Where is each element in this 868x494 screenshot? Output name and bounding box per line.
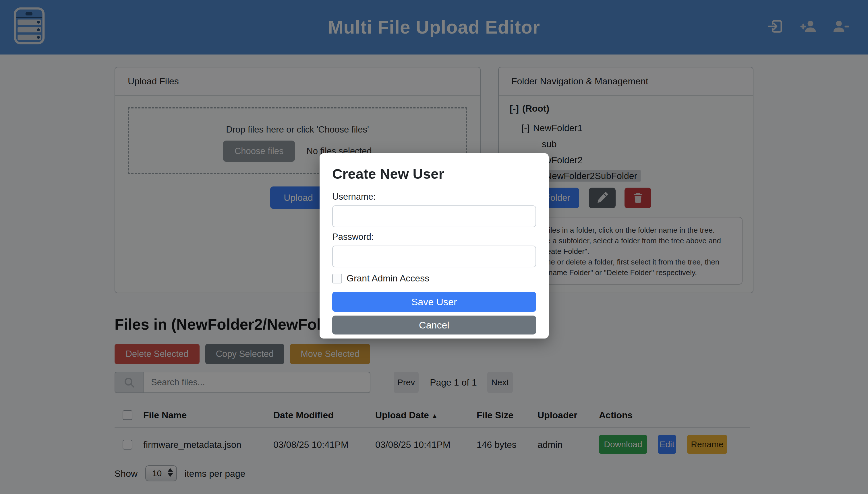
create-user-modal: Create New User Username: Password: Gran… [320, 153, 549, 339]
password-label: Password: [332, 232, 536, 242]
grant-admin-checkbox[interactable] [332, 274, 342, 283]
modal-title: Create New User [332, 166, 536, 182]
password-field[interactable] [332, 246, 536, 267]
username-label: Username: [332, 192, 536, 202]
save-user-button[interactable]: Save User [332, 292, 536, 312]
grant-admin-label: Grant Admin Access [347, 273, 429, 284]
username-field[interactable] [332, 205, 536, 227]
cancel-button[interactable]: Cancel [332, 316, 536, 335]
